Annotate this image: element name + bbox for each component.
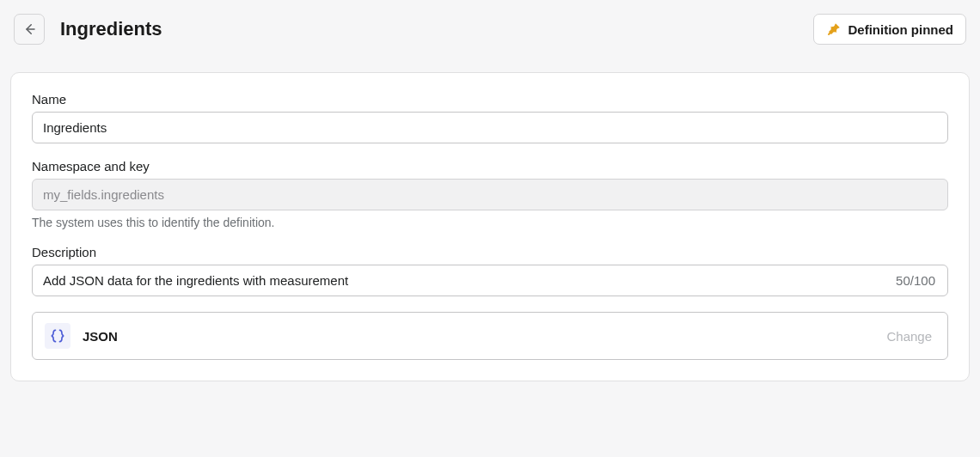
description-group: Description 50/100 (32, 245, 948, 296)
namespace-helper: The system uses this to identify the def… (32, 216, 948, 229)
pin-icon (826, 21, 842, 37)
json-icon (49, 327, 66, 344)
type-left: JSON (45, 323, 118, 349)
name-label: Name (32, 92, 948, 107)
name-input[interactable] (32, 112, 948, 143)
namespace-group: Namespace and key The system uses this t… (32, 159, 948, 229)
description-wrapper: 50/100 (32, 265, 948, 296)
type-label: JSON (83, 329, 118, 344)
namespace-label: Namespace and key (32, 159, 948, 174)
type-row: JSON Change (32, 312, 948, 360)
pinned-label: Definition pinned (848, 22, 953, 37)
json-icon-box (45, 323, 70, 349)
page-header: Ingredients Definition pinned (0, 0, 980, 62)
description-input[interactable] (33, 265, 884, 296)
page-title: Ingredients (60, 18, 162, 40)
arrow-left-icon (21, 21, 37, 37)
name-group: Name (32, 92, 948, 143)
back-button[interactable] (14, 14, 45, 45)
description-label: Description (32, 245, 948, 259)
header-left: Ingredients (14, 14, 162, 45)
definition-pinned-button[interactable]: Definition pinned (813, 14, 966, 45)
change-type-button[interactable]: Change (886, 329, 932, 344)
namespace-input (32, 179, 948, 210)
character-count: 50/100 (884, 273, 947, 288)
definition-card: Name Namespace and key The system uses t… (10, 72, 970, 381)
